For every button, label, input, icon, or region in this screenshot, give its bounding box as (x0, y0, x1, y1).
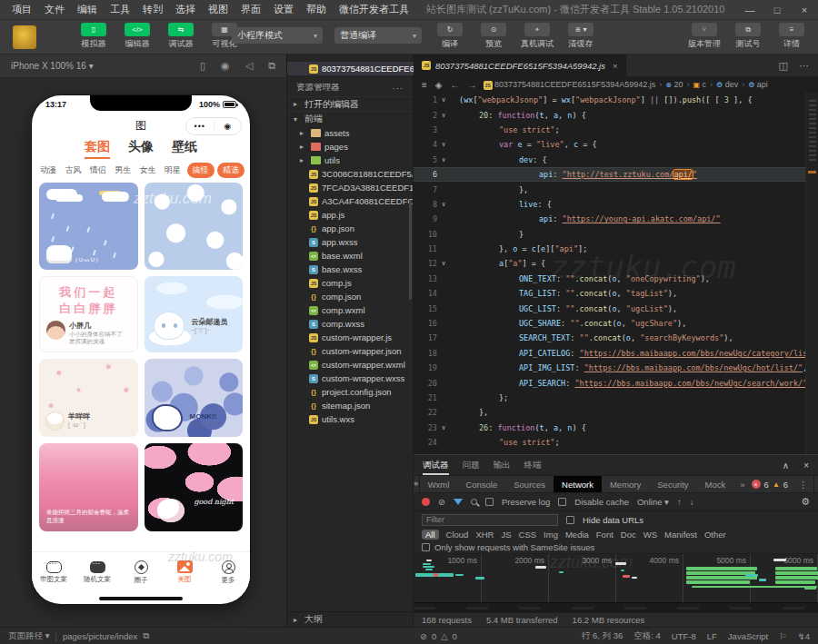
breadcrumb-item[interactable]: ▣ c (693, 80, 706, 89)
breadcrumb-item[interactable]: ⚙ api (748, 80, 768, 89)
toolbar-button-编译[interactable]: ↻编译 (431, 23, 469, 50)
maximize-button[interactable]: □ (763, 5, 791, 15)
toolbar-button-编辑器[interactable]: </>编辑器 (118, 23, 156, 50)
file-item[interactable]: JScustom-wrapper.js (287, 331, 413, 344)
status-item[interactable]: 行 6, 列 36 (582, 630, 623, 642)
close-icon[interactable]: × (613, 61, 618, 71)
gallery-card[interactable]: 我们一起白白胖胖小胖几小小的身体容纳不了发挥满的灵魂 (39, 276, 138, 352)
fold-icon[interactable]: ∨ (437, 424, 450, 431)
fold-icon[interactable]: ∨ (437, 260, 450, 267)
minimize-button[interactable]: — (736, 5, 763, 15)
close-button[interactable]: × (791, 5, 818, 15)
outline-section[interactable]: ▸ 大纲 (287, 611, 413, 627)
tabbar-item-圈子[interactable]: 圈子 (119, 552, 163, 592)
type-filter-Font[interactable]: Font (596, 530, 614, 540)
toolbar-button-版本管理[interactable]: ⑂版本管理 (685, 23, 723, 50)
mute-icon[interactable]: ◁ (245, 60, 253, 72)
file-item[interactable]: Scustom-wrapper.wxss (287, 372, 413, 385)
fold-icon[interactable]: ∨ (437, 141, 450, 148)
file-item[interactable]: JScomp.js (287, 276, 413, 290)
status-item[interactable]: JavaScript (728, 631, 768, 641)
category-男生[interactable]: 男生 (112, 163, 134, 178)
disable-cache-checkbox[interactable] (558, 498, 566, 506)
editor-tab[interactable]: JS 80373754881CEEDFE6515F5394A59942.js × (414, 54, 626, 76)
category-情侣[interactable]: 情侣 (87, 163, 109, 178)
close-icon[interactable]: × (803, 461, 809, 471)
inspect-element-icon[interactable]: ⌖ (414, 476, 420, 492)
menu-item[interactable]: 微信开发者工具 (333, 3, 415, 16)
file-item[interactable]: {}app.json (287, 222, 413, 235)
type-filter-XHR[interactable]: XHR (475, 530, 494, 540)
file-item[interactable]: JS3C008C81881CEEDF5A6… (287, 167, 413, 181)
project-root-folder[interactable]: ▾ 前端 (287, 112, 413, 126)
filter-input[interactable] (422, 514, 558, 526)
devtools-tab-Sources[interactable]: Sources (505, 476, 554, 492)
debugger-tab-终端[interactable]: 终端 (524, 455, 542, 475)
devtools-tab-Security[interactable]: Security (649, 476, 696, 492)
folder-item[interactable]: ▸utils (287, 154, 413, 167)
tabbar-item-更多[interactable]: 更多 (206, 552, 250, 592)
mode-select[interactable]: 小程序模式▾ (232, 27, 323, 44)
status-item[interactable]: LF (707, 631, 717, 641)
gallery-card[interactable]: 谁能拒绝三月的郁金香呢，温柔且浪漫 (39, 443, 138, 531)
menu-item[interactable]: 工具 (104, 3, 136, 16)
type-filter-All[interactable]: All (422, 530, 439, 540)
code-area[interactable]: 1∨(wx["webpackJsonp"] = wx["webpackJsonp… (414, 93, 818, 454)
menu-item[interactable]: 项目 (5, 3, 38, 16)
category-搞怪[interactable]: 搞怪 (187, 163, 214, 178)
import-har-icon[interactable]: ↑ (677, 497, 682, 507)
toolbar-button-真机调试[interactable]: ⌖真机调试 (518, 23, 556, 50)
file-item[interactable]: {}custom-wrapper.json (287, 344, 413, 358)
device-select[interactable]: iPhone X 100% 16 ▾ (11, 61, 94, 71)
gear-icon[interactable]: ⚙ (801, 496, 810, 508)
warning-count[interactable]: 6 (783, 480, 788, 490)
menu-item[interactable]: 转到 (136, 3, 169, 16)
menu-item[interactable]: 界面 (234, 3, 267, 16)
split-editor-icon[interactable]: ◫ (779, 60, 788, 72)
minimap[interactable] (805, 93, 818, 454)
type-filter-Media[interactable]: Media (565, 530, 589, 540)
type-filter-Img[interactable]: Img (544, 530, 558, 540)
file-item[interactable]: JSutils.wxs (287, 412, 413, 426)
explorer-scrollbar[interactable] (409, 200, 412, 300)
toolbar-button-调试器[interactable]: ⇆调试器 (162, 23, 200, 50)
category-古风[interactable]: 古风 (62, 163, 84, 178)
type-filter-Other[interactable]: Other (704, 530, 726, 540)
tabbar-item-带图文案[interactable]: 带图文案 (32, 552, 75, 592)
popout-icon[interactable]: ⧉ (813, 476, 818, 492)
gallery-card[interactable] (145, 183, 244, 270)
debugger-tab-问题[interactable]: 问题 (463, 455, 480, 475)
toolbar-button-详情[interactable]: ≡详情 (773, 23, 811, 50)
tabbar-item-随机文案[interactable]: 随机文案 (75, 552, 119, 592)
type-filter-WS[interactable]: WS (643, 530, 657, 540)
gallery-card[interactable]: 羊咩咩[ ·ω·` ] (39, 359, 138, 437)
type-filter-CSS[interactable]: CSS (519, 530, 537, 540)
file-item[interactable]: {}comp.json (287, 290, 413, 303)
file-item[interactable]: {}sitemap.json (287, 399, 413, 412)
devtools-tab-Wxml[interactable]: Wxml (420, 476, 458, 492)
breadcrumb-item[interactable]: ⚙ dev (716, 80, 738, 89)
error-count[interactable]: 6 (764, 480, 769, 490)
page-path-select[interactable]: 页面路径 ▾ (8, 630, 49, 642)
gallery-card[interactable]: 云朵邮递员~[´▽`]~ (145, 276, 244, 352)
file-item[interactable]: JSapp.js (287, 208, 413, 222)
search-icon[interactable] (471, 499, 477, 505)
menu-item[interactable]: 设置 (267, 3, 300, 16)
devtools-tab-Network[interactable]: Network (554, 476, 602, 492)
outline-icon[interactable]: ≡ (422, 80, 427, 90)
throttle-select[interactable]: Online ▾ (637, 497, 669, 507)
file-item[interactable]: Sapp.wxss (287, 235, 413, 249)
record-icon[interactable]: ◉ (221, 60, 230, 72)
breadcrumb-item[interactable]: JS 80373754881CEEDFE6515F5394A59942.js (484, 80, 656, 90)
more-menu-icon[interactable]: ••• (186, 122, 214, 131)
fold-icon[interactable]: ∨ (437, 156, 450, 163)
menu-item[interactable]: 视图 (202, 3, 234, 16)
tab-套图[interactable]: 套图 (85, 139, 110, 159)
devtools-tab-Console[interactable]: Console (457, 476, 505, 492)
phone-icon[interactable]: ▯ (200, 60, 205, 72)
file-item[interactable]: <>base.wxml (287, 249, 413, 263)
type-filter-Doc[interactable]: Doc (621, 530, 636, 540)
debugger-tab-输出[interactable]: 输出 (494, 455, 511, 475)
category-精选[interactable]: 精选 (217, 163, 244, 178)
file-item[interactable]: JS7FCAD3A3881CEEDF19A… (287, 181, 413, 194)
